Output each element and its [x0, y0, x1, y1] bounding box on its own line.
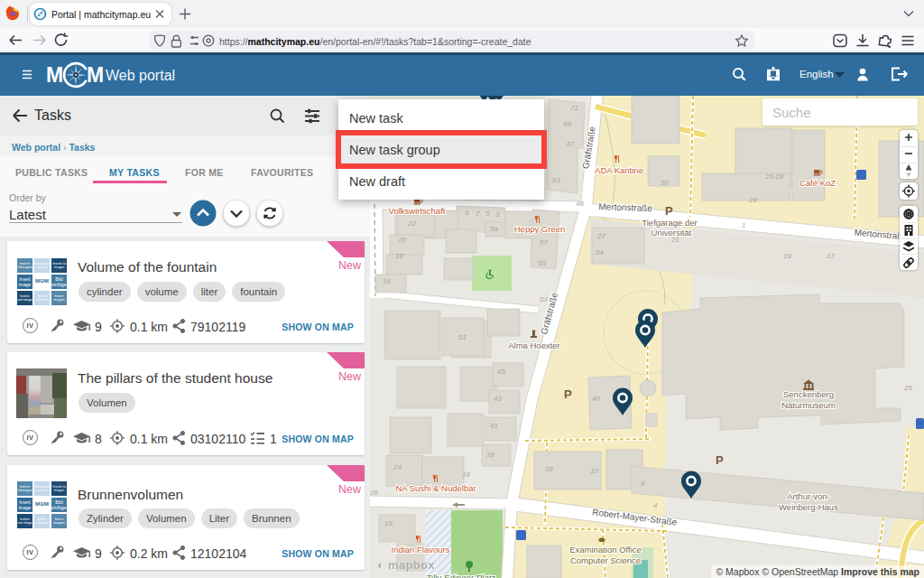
- svg-text:41: 41: [490, 422, 498, 430]
- svg-text:Naturmuseum: Naturmuseum: [781, 400, 836, 410]
- svg-text:26-28: 26-28: [764, 172, 784, 181]
- svg-text:9: 9: [465, 209, 469, 217]
- svg-text:30: 30: [661, 179, 669, 187]
- svg-text:P: P: [564, 387, 572, 401]
- svg-text:P: P: [665, 204, 673, 218]
- svg-text:P: P: [716, 453, 724, 467]
- svg-text:3: 3: [495, 210, 500, 219]
- svg-text:Tiefgarage der: Tiefgarage der: [642, 218, 697, 228]
- svg-text:Heppy Green: Heppy Green: [514, 224, 566, 234]
- svg-text:NA Sushi & Nudelbar: NA Sushi & Nudelbar: [395, 483, 476, 493]
- svg-text:Volkswirtschaft: Volkswirtschaft: [389, 206, 446, 216]
- svg-text:Alma Hoexter: Alma Hoexter: [508, 340, 560, 350]
- svg-text:16: 16: [383, 277, 391, 285]
- svg-text:63: 63: [552, 176, 560, 184]
- svg-text:17: 17: [827, 252, 835, 260]
- svg-text:8: 8: [641, 480, 645, 488]
- svg-text:19: 19: [783, 252, 791, 260]
- svg-text:Weinberg-Haus: Weinberg-Haus: [779, 502, 838, 512]
- svg-text:69: 69: [563, 120, 571, 128]
- svg-text:55: 55: [538, 259, 546, 267]
- svg-text:10: 10: [590, 467, 598, 475]
- svg-text:Tilly-Edinger-Platz: Tilly-Edinger-Platz: [427, 573, 496, 578]
- svg-text:24: 24: [393, 463, 402, 471]
- svg-text:20: 20: [397, 236, 406, 244]
- svg-text:Examination Office: Examination Office: [569, 545, 642, 555]
- svg-text:4: 4: [653, 501, 658, 509]
- svg-text:Arthur-von-: Arthur-von-: [787, 491, 830, 501]
- svg-text:5: 5: [485, 210, 490, 218]
- svg-text:Senckenberg: Senckenberg: [783, 389, 834, 399]
- svg-text:Universität: Universität: [651, 228, 692, 238]
- svg-text:48: 48: [576, 200, 584, 208]
- svg-text:5a: 5a: [490, 225, 498, 233]
- svg-text:18: 18: [395, 252, 403, 260]
- svg-text:27: 27: [596, 232, 605, 240]
- svg-text:71: 71: [570, 104, 578, 112]
- svg-text:Café KoZ: Café KoZ: [799, 178, 836, 188]
- svg-text:25: 25: [903, 384, 912, 392]
- svg-text:1: 1: [742, 221, 745, 229]
- svg-text:67: 67: [567, 140, 575, 148]
- svg-text:22: 22: [407, 219, 416, 228]
- svg-text:18: 18: [462, 471, 470, 479]
- svg-text:38: 38: [545, 465, 553, 473]
- svg-text:43: 43: [494, 395, 502, 403]
- svg-text:Mertonstraße: Mertonstraße: [598, 201, 652, 213]
- svg-text:26: 26: [370, 489, 378, 497]
- svg-text:28: 28: [748, 196, 757, 204]
- svg-text:54: 54: [596, 248, 604, 256]
- svg-text:ADA Kantine: ADA Kantine: [595, 165, 643, 175]
- svg-text:19: 19: [384, 519, 393, 527]
- svg-text:Computer Science: Computer Science: [570, 555, 641, 565]
- svg-text:40: 40: [592, 395, 600, 403]
- svg-text:39: 39: [486, 451, 494, 459]
- svg-text:51: 51: [458, 333, 467, 341]
- svg-text:57: 57: [540, 238, 548, 247]
- svg-text:7: 7: [476, 210, 480, 218]
- svg-text:45: 45: [497, 368, 505, 376]
- svg-text:Indian Flavours: Indian Flavours: [392, 545, 450, 555]
